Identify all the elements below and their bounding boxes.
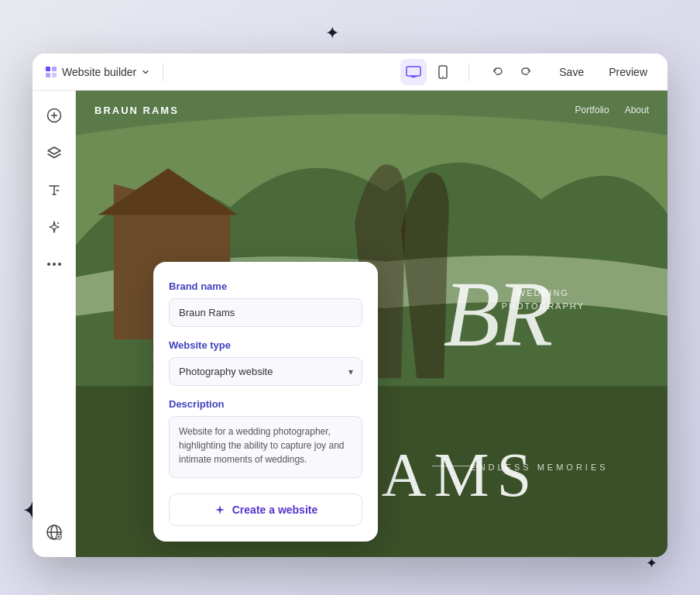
typography-icon — [46, 182, 62, 198]
svg-point-12 — [57, 222, 59, 224]
website-type-label: Website type — [169, 339, 362, 351]
website-type-select[interactable]: Photography website Portfolio website Bu… — [169, 357, 362, 386]
svg-point-15 — [58, 263, 61, 266]
nav-portfolio-link[interactable]: Portfolio — [575, 105, 609, 115]
sidebar-ai-button[interactable] — [39, 212, 70, 242]
website-type-select-wrapper: Photography website Portfolio website Bu… — [169, 357, 362, 386]
svg-point-8 — [442, 76, 444, 77]
desktop-icon — [406, 66, 421, 78]
toolbar: Website builder — [33, 53, 667, 91]
builder-window: Website builder — [33, 53, 667, 557]
sidebar-add-button[interactable] — [39, 100, 70, 131]
create-website-button[interactable]: Create a website — [169, 494, 362, 526]
endless-memories-text: ENDLESS MEMORIES — [470, 463, 608, 472]
description-label: Description — [169, 398, 362, 410]
redo-icon — [520, 66, 532, 78]
globe-icon — [46, 524, 63, 541]
svg-rect-2 — [46, 73, 50, 77]
undo-icon — [492, 66, 504, 78]
description-textarea[interactable]: Website for a wedding photographer, high… — [169, 416, 362, 478]
sidebar-publish-button[interactable] — [39, 517, 70, 548]
svg-rect-4 — [407, 67, 420, 76]
canvas-area: BRAUN RAMS Portfolio About ROMANTIC & MO… — [76, 91, 667, 557]
sidebar — [33, 91, 76, 557]
sidebar-text-button[interactable] — [39, 174, 70, 205]
decoration-star-3: ✦ — [646, 555, 657, 572]
desktop-view-button[interactable] — [400, 59, 427, 85]
create-website-label: Create a website — [232, 504, 318, 516]
undo-redo-group — [485, 59, 539, 85]
toolbar-divider-2 — [468, 63, 469, 81]
brand-name-input[interactable] — [169, 298, 362, 327]
mobile-view-button[interactable] — [430, 59, 456, 85]
svg-rect-3 — [52, 73, 57, 77]
preview-button[interactable]: Preview — [601, 61, 655, 83]
website-builder-icon — [45, 66, 57, 78]
save-button[interactable]: Save — [551, 61, 592, 83]
sidebar-more-button[interactable] — [39, 249, 70, 280]
svg-rect-0 — [46, 67, 50, 71]
sidebar-layers-button[interactable] — [39, 137, 70, 168]
ellipsis-icon — [46, 262, 62, 267]
toolbar-brand[interactable]: Website builder — [45, 66, 150, 78]
brand-name-label: Brand name — [169, 280, 362, 292]
form-panel: Brand name Website type Photography webs… — [153, 262, 378, 542]
layers-icon — [46, 145, 62, 160]
decoration-star-1: ✦ — [325, 23, 339, 43]
plus-circle-icon — [46, 108, 62, 123]
svg-point-14 — [53, 263, 56, 266]
nav-about-link[interactable]: About — [625, 105, 649, 115]
toolbar-divider — [163, 63, 163, 81]
toolbar-brand-label: Website builder — [62, 66, 136, 78]
svg-rect-1 — [52, 67, 57, 71]
sparkles-icon — [46, 219, 62, 235]
undo-button[interactable] — [485, 59, 511, 85]
mobile-icon — [438, 65, 448, 79]
svg-point-13 — [47, 263, 50, 266]
site-monogram: BR — [444, 268, 550, 361]
site-nav: BRAUN RAMS Portfolio About — [76, 91, 667, 129]
redo-button[interactable] — [513, 59, 539, 85]
site-brand: BRAUN RAMS — [94, 105, 179, 116]
site-nav-links: Portfolio About — [575, 105, 649, 115]
main-area: BRAUN RAMS Portfolio About ROMANTIC & MO… — [33, 91, 667, 557]
toolbar-chevron-icon — [141, 67, 150, 77]
device-toggle — [400, 59, 456, 85]
sparkle-icon — [214, 504, 226, 516]
